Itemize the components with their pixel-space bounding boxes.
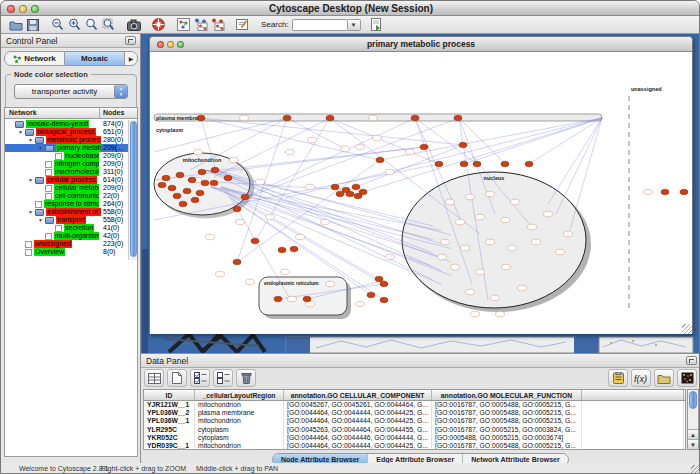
- network-node[interactable]: [256, 179, 265, 185]
- network-node-selected[interactable]: [233, 259, 241, 265]
- node-color-dropdown[interactable]: transporter activity ▲▼: [14, 84, 128, 99]
- network-node-selected[interactable]: [336, 191, 344, 197]
- window-resize-grip[interactable]: [682, 324, 692, 334]
- network-node-selected[interactable]: [459, 142, 467, 148]
- table-row[interactable]: YPL036W__1mitochondrion[GO:0044464, GO:0…: [144, 417, 685, 425]
- network-node-selected[interactable]: [278, 247, 286, 253]
- tree-row[interactable]: cell communicat22(0): [5, 192, 128, 200]
- expander-icon[interactable]: ▼: [28, 208, 35, 216]
- network-node-selected[interactable]: [188, 177, 196, 183]
- network-node[interactable]: [491, 295, 500, 301]
- network-node-selected[interactable]: [283, 115, 291, 121]
- network-node[interactable]: [356, 301, 365, 307]
- network-node[interactable]: [373, 135, 382, 141]
- network-node-selected[interactable]: [233, 206, 241, 212]
- network-node-selected[interactable]: [197, 115, 205, 121]
- network-node-selected[interactable]: [241, 194, 249, 200]
- network-node-selected[interactable]: [680, 189, 688, 195]
- network-node[interactable]: [240, 115, 249, 121]
- expander-icon[interactable]: ▼: [28, 176, 35, 184]
- import-attributes-icon[interactable]: [369, 17, 386, 33]
- network-node[interactable]: [230, 157, 239, 163]
- network-node[interactable]: [286, 149, 295, 155]
- network-node[interactable]: [266, 214, 275, 220]
- search-input[interactable]: [292, 19, 348, 31]
- tree-row[interactable]: ▼transport558(0): [5, 216, 128, 224]
- network-node[interactable]: [456, 219, 465, 225]
- network-node[interactable]: [438, 254, 447, 260]
- network-window-titlebar[interactable]: primary metabolic process: [150, 37, 692, 52]
- network-node[interactable]: [326, 281, 335, 287]
- tree-row[interactable]: Overview8(0): [5, 248, 128, 256]
- network-node[interactable]: [471, 311, 480, 317]
- network-node[interactable]: [496, 311, 505, 317]
- network-node-selected[interactable]: [191, 197, 199, 203]
- tree-row[interactable]: mosaic-demo-yeast874(0): [5, 120, 128, 128]
- network-node[interactable]: [476, 214, 485, 220]
- network-node-selected[interactable]: [346, 191, 354, 197]
- table-row[interactable]: YDR039C__1mitochondrion[GO:0044464, GO:0…: [144, 442, 685, 450]
- network-node[interactable]: [511, 199, 520, 205]
- network-node[interactable]: [466, 194, 475, 200]
- network-node[interactable]: [341, 146, 350, 152]
- network-node[interactable]: [386, 169, 395, 175]
- network-node-selected[interactable]: [367, 292, 375, 298]
- network-view-window[interactable]: primary metabolic process plasma membran…: [149, 36, 693, 334]
- network-node[interactable]: [502, 264, 511, 270]
- network-node[interactable]: [532, 239, 541, 245]
- zoom-selected-icon[interactable]: [100, 17, 117, 33]
- network-node[interactable]: [564, 231, 573, 237]
- network-node-selected[interactable]: [183, 188, 191, 194]
- help-icon[interactable]: [150, 17, 167, 33]
- network-node-selected[interactable]: [375, 276, 383, 282]
- attribute-table-icon[interactable]: [144, 369, 164, 387]
- open-session-icon[interactable]: [7, 17, 24, 33]
- unselect-attributes-icon[interactable]: [213, 369, 233, 387]
- tabs-overflow-icon[interactable]: ▶: [124, 52, 137, 65]
- network-node[interactable]: [518, 285, 527, 291]
- tab-mosaic[interactable]: Mosaic: [64, 52, 124, 65]
- network-node[interactable]: [486, 239, 495, 245]
- table-row[interactable]: YJR121W__1mitochondrion[GO:0045267, GO:0…: [144, 401, 685, 409]
- network-node-selected[interactable]: [354, 193, 362, 199]
- tree-row[interactable]: ▼metabolic process280(0): [5, 136, 128, 144]
- heatmap-icon[interactable]: [677, 369, 697, 387]
- network-node-selected[interactable]: [331, 184, 339, 190]
- expander-icon[interactable]: ▼: [38, 144, 45, 152]
- save-session-icon[interactable]: [24, 17, 41, 33]
- tree-row[interactable]: ▼biological_process651(0): [5, 128, 128, 136]
- network-node[interactable]: [356, 144, 365, 150]
- tree-row[interactable]: ▼cellular process614(0): [5, 176, 128, 184]
- network-node[interactable]: [296, 234, 305, 240]
- network-node-selected[interactable]: [420, 144, 428, 150]
- overview-icon[interactable]: [175, 17, 192, 33]
- network-node-selected[interactable]: [411, 115, 419, 121]
- zoom-fit-icon[interactable]: [83, 17, 100, 33]
- network-node-selected[interactable]: [179, 201, 187, 207]
- tree-row[interactable]: cellular metabo209(0): [5, 184, 128, 192]
- network-node-selected[interactable]: [326, 115, 334, 121]
- network-node-selected[interactable]: [211, 167, 219, 173]
- annotation-icon[interactable]: [234, 17, 251, 33]
- network-node[interactable]: [194, 149, 203, 155]
- table-column-header[interactable]: annotation.GO MOLECULAR_FUNCTION: [432, 390, 582, 400]
- float-panel-icon[interactable]: [125, 36, 136, 45]
- network-node-selected[interactable]: [525, 161, 533, 167]
- network-node-selected[interactable]: [290, 246, 298, 252]
- network-node[interactable]: [544, 211, 553, 217]
- network-node[interactable]: [501, 217, 510, 223]
- snapshot-icon[interactable]: [125, 17, 142, 33]
- table-row[interactable]: YLR295Ccytoplasm[GO:0045263, GO:0044464,…: [144, 426, 685, 434]
- network-node-selected[interactable]: [435, 161, 443, 167]
- tree-row[interactable]: secretion41(0): [5, 224, 128, 232]
- tree-scrollbar[interactable]: [128, 120, 137, 260]
- network-node[interactable]: [246, 279, 255, 285]
- network-node-selected[interactable]: [196, 190, 204, 196]
- network-node-selected[interactable]: [460, 161, 468, 167]
- network-node-selected[interactable]: [210, 180, 218, 186]
- network-node[interactable]: [369, 115, 378, 121]
- table-row[interactable]: YPL036W__2plasma membrane[GO:0044464, GO…: [144, 409, 685, 417]
- network-node[interactable]: [306, 184, 315, 190]
- network-node[interactable]: [288, 296, 297, 302]
- network-node-selected[interactable]: [473, 161, 481, 167]
